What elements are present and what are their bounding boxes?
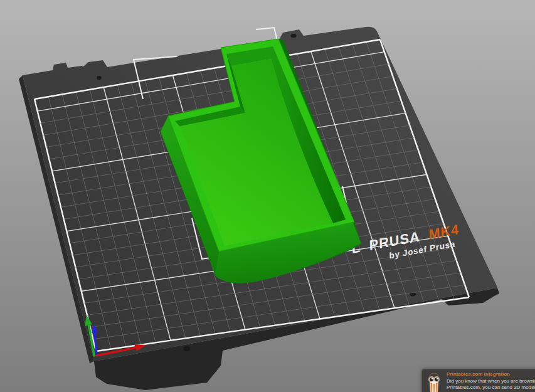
notification-line2: Printables.com, you can send 3D model fi… xyxy=(447,384,535,391)
notification-text: Printables.com integration Did you know … xyxy=(447,371,535,392)
slicer-3d-viewport-screenshot: { "bed": { "logo_left": "L", "brand": "P… xyxy=(0,0,535,392)
notification-toast[interactable]: Printables.com integration Did you know … xyxy=(421,369,535,392)
notification-title-link[interactable]: Printables.com integration xyxy=(447,371,535,378)
3d-viewport[interactable]: L PRUSA MK4 by Josef Prusa xyxy=(0,0,535,392)
notification-line1: Did you know that when you are browsing xyxy=(447,378,535,384)
printables-mascot-icon xyxy=(425,371,443,392)
